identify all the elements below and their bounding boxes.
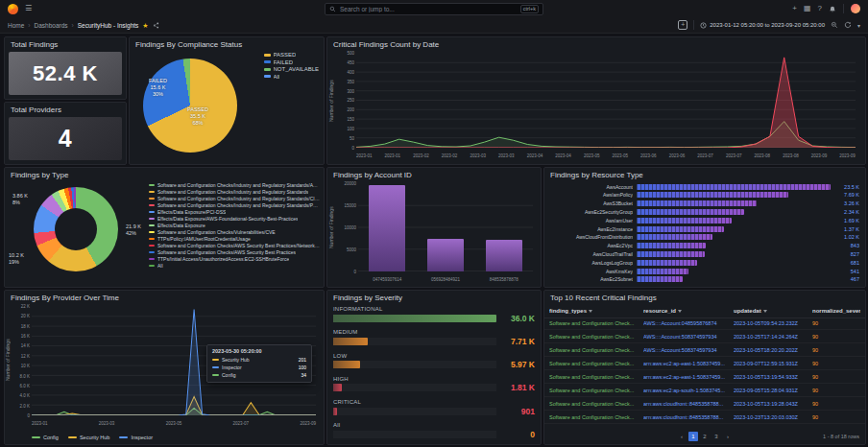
breadcrumb-home[interactable]: Home bbox=[8, 22, 24, 29]
add-icon[interactable]: + bbox=[792, 5, 797, 12]
table-cell-finding_types[interactable]: Software and Configuration Check... bbox=[549, 388, 643, 393]
table-cell-finding_types[interactable]: Software and Configuration Check... bbox=[549, 347, 643, 353]
legend-item[interactable]: Software and Configuration Checks/AWS Se… bbox=[149, 249, 320, 255]
resource-bar[interactable] bbox=[637, 218, 732, 224]
table-cell-updatedat[interactable]: 2023-10-25T17:14:24.264Z bbox=[734, 334, 812, 340]
user-avatar[interactable] bbox=[851, 4, 860, 13]
resource-bar[interactable] bbox=[637, 184, 831, 190]
apps-grid-icon[interactable]: ▦ bbox=[804, 5, 811, 12]
legend-item[interactable]: PASSED bbox=[264, 52, 319, 58]
pagination-page-2[interactable]: 2 bbox=[700, 432, 710, 441]
pagination-page-1[interactable]: 1 bbox=[688, 432, 698, 441]
pagination-prev[interactable]: ‹ bbox=[677, 432, 687, 441]
filter-icon[interactable] bbox=[763, 310, 767, 313]
time-series-plot[interactable] bbox=[356, 54, 856, 148]
pie-chart[interactable]: FAILED 15.6 K 30% PASSED 35.5 K 68% bbox=[143, 59, 237, 153]
table-cell-updatedat[interactable]: 2023-10-05T09:54:23.232Z bbox=[734, 320, 812, 326]
legend-item[interactable]: Software and Configuration Checks/Indust… bbox=[149, 202, 320, 208]
breadcrumb-current-dashboard[interactable]: SecurityHub - Insights bbox=[78, 22, 139, 29]
column-header[interactable]: resource_id bbox=[643, 308, 734, 314]
pagination-page-3[interactable]: 3 bbox=[711, 432, 721, 441]
pagination-next[interactable]: › bbox=[723, 432, 733, 441]
table-cell-updatedat[interactable]: 2023-10-05T18:20:20.202Z bbox=[734, 347, 812, 353]
legend-item[interactable]: Inspector bbox=[119, 435, 153, 440]
table-cell-updatedat[interactable]: 2023-09-07T12:59:15.931Z bbox=[734, 361, 812, 366]
bar-chart-plot[interactable] bbox=[358, 184, 533, 271]
table-cell-normalized_severity[interactable]: 90 bbox=[812, 334, 860, 340]
severity-bar[interactable] bbox=[333, 384, 342, 391]
legend-item[interactable]: Effects/Data Exposure bbox=[149, 223, 320, 228]
legend-item[interactable]: Software and Configuration Checks/AWS Se… bbox=[149, 243, 320, 248]
legend-item[interactable]: NOT_AVAILABLE bbox=[264, 66, 319, 72]
resource-bar[interactable] bbox=[637, 192, 788, 198]
table-cell-normalized_severity[interactable]: 90 bbox=[812, 414, 860, 420]
resource-bar[interactable] bbox=[637, 251, 705, 257]
refresh-icon[interactable] bbox=[844, 21, 852, 29]
column-header[interactable]: finding_types bbox=[549, 308, 643, 314]
table-cell-updatedat[interactable]: 2023-09-05T15:28:04.931Z bbox=[734, 388, 812, 393]
legend-item[interactable]: TTPs/Initial Access/UnauthorizedAccess:E… bbox=[149, 256, 320, 262]
table-cell-updatedat[interactable]: 2023-10-23T13:20:03.030Z bbox=[734, 414, 812, 420]
severity-bar[interactable] bbox=[333, 408, 337, 415]
table-cell-resource_id[interactable]: arn:aws:ec2:ap-east-1:50837459... bbox=[643, 374, 734, 380]
filter-icon[interactable] bbox=[678, 310, 682, 313]
account-bar[interactable] bbox=[486, 240, 522, 271]
resource-bar[interactable] bbox=[637, 260, 697, 266]
notifications-bell-icon[interactable] bbox=[829, 5, 836, 12]
refresh-interval-dropdown[interactable]: ▾ bbox=[857, 22, 860, 29]
grafana-logo[interactable] bbox=[8, 4, 18, 14]
table-cell-resource_id[interactable]: AWS::::Account:508374597934 bbox=[643, 334, 734, 340]
column-header[interactable]: updatedat bbox=[734, 308, 812, 314]
table-cell-resource_id[interactable]: arn:aws:cloudfront::8485358788... bbox=[643, 414, 734, 420]
legend-item[interactable]: All bbox=[264, 74, 319, 80]
add-panel-icon[interactable]: + bbox=[678, 20, 687, 30]
legend-item[interactable]: Config bbox=[32, 435, 59, 440]
filter-icon[interactable] bbox=[589, 310, 592, 313]
legend-item[interactable]: FAILED bbox=[264, 59, 319, 65]
severity-bar[interactable] bbox=[333, 361, 360, 368]
table-cell-normalized_severity[interactable]: 90 bbox=[812, 374, 860, 380]
breadcrumb-dashboards[interactable]: Dashboards bbox=[35, 22, 68, 29]
legend-item[interactable]: TTPs/Policy:IAMUser/RootCredentialUsage bbox=[149, 236, 320, 242]
donut-chart[interactable] bbox=[34, 187, 118, 271]
zoom-out-icon[interactable] bbox=[831, 21, 838, 29]
table-cell-finding_types[interactable]: Software and Configuration Check... bbox=[549, 401, 643, 407]
favorite-star-icon[interactable]: ★ bbox=[142, 22, 148, 29]
search-input[interactable]: Search or jump to... ctrl+k bbox=[325, 3, 543, 15]
legend-item[interactable]: All bbox=[149, 263, 320, 269]
account-bar[interactable] bbox=[427, 239, 464, 271]
legend-item[interactable]: Software and Configuration Checks/Indust… bbox=[149, 189, 320, 195]
legend-item[interactable]: Effects/Data Exposure/AWS-Foundational-S… bbox=[149, 216, 320, 222]
table-cell-updatedat[interactable]: 2023-10-05T13:19:54.933Z bbox=[734, 374, 812, 380]
resource-bar[interactable] bbox=[637, 209, 744, 215]
table-cell-resource_id[interactable]: AWS::::Account:508374597934 bbox=[643, 347, 734, 353]
table-cell-resource_id[interactable]: arn:aws:ec2:ap-east-1:50837459... bbox=[643, 361, 734, 366]
table-cell-normalized_severity[interactable]: 90 bbox=[812, 401, 860, 407]
legend-item[interactable]: Software and Configuration Checks/Vulner… bbox=[149, 229, 320, 235]
table-cell-resource_id[interactable]: AWS::::Account:048595876874 bbox=[643, 320, 734, 326]
table-cell-resource_id[interactable]: arn:aws:ec2:ap-south-1:5083745... bbox=[643, 388, 734, 393]
resource-bar[interactable] bbox=[637, 276, 683, 282]
menu-toggle-icon[interactable]: ☰ bbox=[25, 5, 32, 12]
time-range-picker[interactable]: 2023-01-12 05:20:00 to 2023-09-20 05:20:… bbox=[700, 22, 825, 29]
legend-item[interactable]: Effects/Data Exposure/PCI-DSS bbox=[149, 209, 320, 215]
severity-bar[interactable] bbox=[333, 315, 496, 322]
help-icon[interactable]: ? bbox=[818, 5, 822, 12]
table-cell-normalized_severity[interactable]: 90 bbox=[812, 361, 860, 366]
account-bar[interactable] bbox=[369, 185, 405, 271]
resource-bar[interactable] bbox=[637, 243, 706, 248]
resource-bar[interactable] bbox=[637, 226, 724, 232]
resource-bar[interactable] bbox=[637, 200, 757, 206]
legend-item[interactable]: Software and Configuration Checks/Indust… bbox=[149, 196, 320, 201]
legend-item[interactable]: Software and Configuration Checks/Indust… bbox=[149, 182, 320, 188]
column-header[interactable]: normalized_severity bbox=[812, 308, 860, 314]
table-cell-finding_types[interactable]: Software and Configuration Check... bbox=[549, 334, 643, 340]
table-cell-updatedat[interactable]: 2023-10-05T13:19:28.043Z bbox=[734, 401, 812, 407]
resource-bar[interactable] bbox=[637, 234, 712, 240]
table-cell-resource_id[interactable]: arn:aws:cloudfront::8485358788... bbox=[643, 401, 734, 407]
table-cell-finding_types[interactable]: Software and Configuration Check... bbox=[549, 320, 643, 326]
severity-bar[interactable] bbox=[333, 338, 368, 345]
table-cell-normalized_severity[interactable]: 90 bbox=[812, 347, 860, 353]
table-cell-normalized_severity[interactable]: 90 bbox=[812, 388, 860, 393]
share-icon[interactable] bbox=[153, 22, 159, 29]
